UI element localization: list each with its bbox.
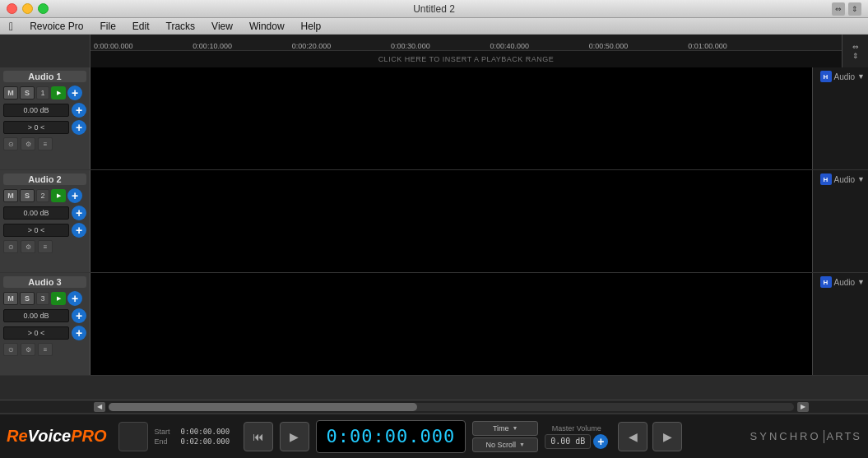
playback-range-bar[interactable]: CLICK HERE TO INSERT A PLAYBACK RANGE bbox=[91, 51, 842, 67]
pan-display-1[interactable]: > 0 < bbox=[3, 121, 69, 134]
pan-display-3[interactable]: > 0 < bbox=[3, 326, 69, 340]
track-canvas-1[interactable] bbox=[91, 67, 812, 169]
transport-extra-1[interactable]: ◀ bbox=[618, 422, 648, 451]
pan-plus-1[interactable]: + bbox=[72, 120, 86, 135]
settings-icon-2[interactable]: ⚙ bbox=[21, 240, 35, 253]
track-side-panel-3: H Audio ▼ bbox=[812, 273, 868, 375]
transport-icon-display bbox=[118, 422, 148, 451]
menu-revoicepro[interactable]: Revoice Pro bbox=[27, 21, 86, 32]
time-text: 0:00:00.000 bbox=[327, 426, 456, 446]
transport-extra-2[interactable]: ▶ bbox=[652, 422, 682, 451]
minimize-button[interactable] bbox=[22, 3, 33, 14]
db-display-3[interactable]: 0.00 dB bbox=[3, 309, 69, 322]
resize-icon[interactable]: ⇔ bbox=[832, 2, 845, 16]
track-row: Audio 1 M S 1 + 0.00 dB + > 0 < + bbox=[0, 67, 868, 170]
rewind-button[interactable]: ⏮ bbox=[244, 422, 273, 451]
start-end-display: Start 0:00:00.000 End 0:02:00.000 bbox=[155, 428, 237, 446]
extra-icon-1[interactable]: ≡ bbox=[38, 137, 53, 150]
timeline-zoom-fit[interactable]: ⇔ ⇕ bbox=[842, 35, 868, 67]
db-row-3: 0.00 dB + bbox=[3, 308, 86, 323]
ruler-tick-4: 0:00:40.000 bbox=[490, 42, 529, 50]
time-mode-arrow: ▼ bbox=[513, 425, 518, 431]
solo-button-2[interactable]: S bbox=[20, 189, 35, 202]
record-icon-2[interactable]: ⊙ bbox=[3, 240, 18, 253]
time-mode-button[interactable]: Time ▼ bbox=[472, 421, 538, 436]
track-name-3: Audio 3 bbox=[3, 276, 86, 288]
track-name-1: Audio 1 bbox=[3, 71, 86, 82]
ruler-tick-3: 0:00:30.000 bbox=[391, 42, 430, 50]
menu-window[interactable]: Window bbox=[247, 21, 287, 32]
title-bar-right: ⇔ ⇕ bbox=[832, 2, 861, 16]
track-canvas-2[interactable] bbox=[91, 170, 812, 272]
extra-icon-2[interactable]: ≡ bbox=[38, 240, 53, 253]
right-transport-buttons: ◀ ▶ bbox=[618, 422, 682, 451]
volume-indicator-1[interactable] bbox=[51, 86, 66, 99]
track-control-3: Audio 3 M S 3 + 0.00 dB + > 0 < + bbox=[0, 273, 91, 375]
title-bar: Untitled 2 ⇔ ⇕ bbox=[0, 0, 868, 18]
db-display-2[interactable]: 0.00 dB bbox=[3, 206, 69, 220]
main-container: 0:00:00.000 0:00:10.000 0:00:20.000 0:00… bbox=[0, 35, 868, 413]
volume-indicator-3[interactable] bbox=[51, 292, 66, 305]
db-plus-1[interactable]: + bbox=[72, 103, 86, 118]
scrollbar-thumb bbox=[109, 403, 417, 411]
h-icon-2: H bbox=[820, 173, 832, 185]
add-button-3[interactable]: + bbox=[67, 291, 82, 306]
play-button[interactable]: ▶ bbox=[280, 422, 309, 451]
scroll-mode-arrow: ▼ bbox=[519, 442, 525, 447]
solo-button-1[interactable]: S bbox=[20, 86, 35, 99]
track-buttons-row-3: M S 3 + bbox=[3, 291, 86, 306]
menu-edit[interactable]: Edit bbox=[130, 21, 152, 32]
pan-row-1: > 0 < + bbox=[3, 120, 86, 135]
mute-button-3[interactable]: M bbox=[3, 292, 18, 305]
ruler-tick-6: 0:01:00.000 bbox=[688, 42, 727, 50]
menu-view[interactable]: View bbox=[209, 21, 235, 32]
side-arrow-1[interactable]: ▼ bbox=[857, 72, 865, 81]
timeline-ruler[interactable]: 0:00:00.000 0:00:10.000 0:00:20.000 0:00… bbox=[91, 35, 842, 51]
solo-button-3[interactable]: S bbox=[20, 292, 35, 305]
close-button[interactable] bbox=[7, 3, 17, 14]
track-number-3: 3 bbox=[36, 292, 49, 305]
master-volume-row: 0.00 dB + bbox=[545, 434, 608, 449]
track-canvas-3[interactable] bbox=[91, 273, 812, 375]
side-arrow-3[interactable]: ▼ bbox=[857, 278, 865, 286]
scrollbar-left-button[interactable]: ◀ bbox=[94, 402, 105, 412]
maximize-button[interactable] bbox=[38, 3, 49, 14]
side-panel-header-2: H Audio ▼ bbox=[815, 173, 865, 185]
add-button-1[interactable]: + bbox=[67, 86, 82, 100]
add-button-2[interactable]: + bbox=[67, 188, 82, 203]
track-name-2: Audio 2 bbox=[3, 173, 86, 185]
end-value: 0:02:00.000 bbox=[181, 437, 230, 446]
pan-plus-2[interactable]: + bbox=[72, 223, 86, 238]
track-side-panel-2: H Audio ▼ bbox=[812, 170, 868, 272]
extra-icon-3[interactable]: ≡ bbox=[38, 343, 53, 356]
mute-button-1[interactable]: M bbox=[3, 86, 18, 99]
scroll-mode-button[interactable]: No Scroll ▼ bbox=[472, 437, 538, 452]
settings-icon-1[interactable]: ⚙ bbox=[21, 137, 35, 150]
record-icon-1[interactable]: ⊙ bbox=[3, 137, 18, 150]
menu-help[interactable]: Help bbox=[299, 21, 324, 32]
master-volume-plus[interactable]: + bbox=[593, 434, 608, 449]
master-volume-display[interactable]: 0.00 dB bbox=[545, 434, 591, 449]
track-buttons-row-2: M S 2 + bbox=[3, 188, 86, 203]
volume-indicator-2[interactable] bbox=[51, 189, 66, 202]
db-plus-3[interactable]: + bbox=[72, 308, 86, 323]
track-row-3: Audio 3 M S 3 + 0.00 dB + > 0 < + bbox=[0, 273, 868, 376]
pan-plus-3[interactable]: + bbox=[72, 326, 86, 340]
db-plus-2[interactable]: + bbox=[72, 206, 86, 220]
pan-display-2[interactable]: > 0 < bbox=[3, 224, 69, 237]
h-icon-1: H bbox=[820, 71, 832, 82]
db-display-1[interactable]: 0.00 dB bbox=[3, 104, 69, 117]
fullscreen-icon[interactable]: ⇕ bbox=[848, 2, 861, 16]
scrollbar-track[interactable] bbox=[109, 403, 794, 411]
menu-file[interactable]: File bbox=[98, 21, 118, 32]
scrollbar-right-button[interactable]: ▶ bbox=[797, 402, 809, 412]
record-icon-3[interactable]: ⊙ bbox=[3, 343, 18, 356]
start-label: Start bbox=[155, 428, 178, 436]
apple-menu[interactable]:  bbox=[7, 20, 16, 33]
synchro-divider bbox=[824, 430, 824, 443]
mute-button-2[interactable]: M bbox=[3, 189, 18, 202]
side-arrow-2[interactable]: ▼ bbox=[857, 175, 865, 183]
settings-icon-3[interactable]: ⚙ bbox=[21, 343, 35, 356]
menu-tracks[interactable]: Tracks bbox=[164, 21, 198, 32]
ruler-tick-2: 0:00:20.000 bbox=[292, 42, 332, 50]
